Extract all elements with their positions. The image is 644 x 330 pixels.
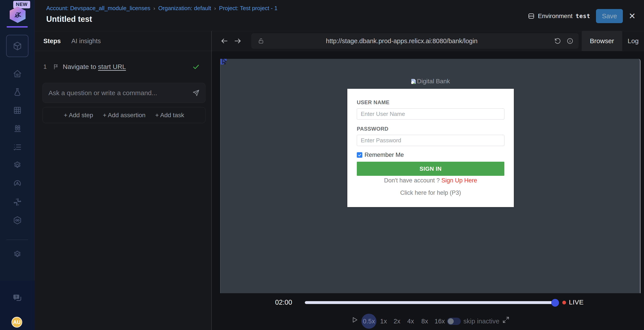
speed-0-5x-button[interactable]: 0.5x <box>362 314 376 329</box>
info-icon[interactable] <box>567 38 573 44</box>
sidebar-item-integrations[interactable] <box>12 197 22 207</box>
url-bar-actions <box>554 38 573 44</box>
sidebar-item-pipelines[interactable] <box>12 215 22 225</box>
hexagon-link-icon <box>13 216 22 225</box>
back-arrow-icon[interactable] <box>220 37 228 45</box>
help-chat-icon: ? <box>12 293 22 303</box>
environment-label: Environment <box>538 12 572 20</box>
password-label: PASSWORD <box>357 126 388 132</box>
breadcrumb-account[interactable]: Account: Devspace_all_module_licenses <box>46 5 150 12</box>
app-logo[interactable] <box>10 6 26 23</box>
fullscreen-icon[interactable] <box>502 316 510 324</box>
sidebar-item-suites[interactable] <box>12 105 22 115</box>
speed-2x-button[interactable]: 2x <box>394 314 400 329</box>
close-icon[interactable]: ✕ <box>628 12 636 20</box>
signup-link[interactable]: Sign Up Here <box>441 177 477 184</box>
remember-me-row[interactable]: Remember Me <box>357 152 404 158</box>
username-field[interactable] <box>357 108 504 120</box>
breadcrumb-separator: › <box>214 5 216 12</box>
explore-search-icon <box>13 179 22 188</box>
sidebar-item-runs[interactable] <box>12 124 22 134</box>
sidebar-item-explore[interactable] <box>12 179 22 188</box>
gear-icon <box>13 161 22 170</box>
seek-thumb[interactable] <box>551 299 559 307</box>
url-bar[interactable]: http://stage.dbank.prod-apps.relicx.ai:8… <box>251 33 578 49</box>
breadcrumb-project[interactable]: Project: Test project - 1 <box>219 5 278 12</box>
browser-panel: http://stage.dbank.prod-apps.relicx.ai:8… <box>212 31 644 330</box>
svg-text:?: ? <box>15 295 18 299</box>
tab-log[interactable]: Log <box>622 37 644 45</box>
tab-browser[interactable]: Browser <box>582 31 622 51</box>
app-window: NEW <box>0 0 644 330</box>
play-button[interactable] <box>351 316 358 324</box>
mouse-cursor-icon <box>221 59 228 65</box>
sidebar: NEW <box>0 0 34 330</box>
username-label: USER NAME <box>357 99 390 106</box>
playback-time: 02:00 <box>275 298 292 306</box>
steps-tabs: Steps AI insights <box>34 31 212 51</box>
refresh-icon[interactable] <box>554 38 561 44</box>
home-icon <box>13 69 22 78</box>
site-logo-alt-text: Digital Bank <box>417 78 450 85</box>
speed-8x-button[interactable]: 8x <box>421 314 428 329</box>
step-number: 1 <box>44 64 53 70</box>
skip-inactive-label: skip inactive <box>464 314 499 329</box>
breadcrumb-organization[interactable]: Organization: default <box>158 5 211 12</box>
step-description: Navigate to start URL <box>63 63 126 70</box>
page-title[interactable]: Untitled test <box>46 14 92 24</box>
live-label: LIVE <box>569 298 584 306</box>
sidebar-item-settings[interactable] <box>12 250 22 260</box>
user-avatar[interactable]: AU <box>12 317 22 328</box>
playback-controls: 0.5x 1x 2x 4x 8x 16x skip inactive <box>212 314 644 329</box>
speed-1x-button[interactable]: 1x <box>380 314 387 329</box>
help-link[interactable]: Click here for help (P3) <box>347 190 514 196</box>
header-actions: Environment test Save ✕ <box>528 9 636 23</box>
browser-toolbar: http://stage.dbank.prod-apps.relicx.ai:8… <box>212 31 644 51</box>
forward-arrow-icon[interactable] <box>234 37 242 45</box>
password-field[interactable] <box>357 135 504 146</box>
sign-in-button[interactable]: SIGN IN <box>357 162 504 176</box>
save-button[interactable]: Save <box>596 9 623 23</box>
add-task-button[interactable]: + Add task <box>155 112 184 119</box>
add-step-button[interactable]: + Add step <box>64 112 93 119</box>
step-row-1[interactable]: 1 Navigate to start URL <box>44 60 203 73</box>
flag-icon <box>53 64 62 70</box>
sidebar-item-checklist[interactable] <box>12 142 22 152</box>
speed-4x-button[interactable]: 4x <box>407 314 414 329</box>
browser-viewport[interactable]: Digital Bank USER NAME PASSWORD Remember… <box>220 59 640 293</box>
sidebar-item-config[interactable] <box>12 160 22 170</box>
url-text[interactable]: http://stage.dbank.prod-apps.relicx.ai:8… <box>251 38 552 45</box>
breadcrumb: Account: Devspace_all_module_licenses › … <box>46 5 278 12</box>
login-card: USER NAME PASSWORD Remember Me SIGN IN D… <box>347 89 514 207</box>
cube-icon <box>12 41 22 51</box>
remember-me-checkbox[interactable] <box>357 152 362 158</box>
checklist-icon <box>13 142 22 152</box>
steps-panel: Steps AI insights 1 Navigate to start UR… <box>34 31 212 330</box>
step-text-prefix: Navigate to <box>63 63 96 70</box>
tab-steps[interactable]: Steps <box>44 38 61 45</box>
sidebar-item-home[interactable] <box>12 69 22 79</box>
environment-selector[interactable]: Environment test <box>528 12 590 20</box>
logo-active-underline <box>6 26 28 28</box>
live-indicator-dot <box>562 301 566 304</box>
command-input[interactable] <box>43 89 192 97</box>
seek-bar[interactable] <box>305 301 552 304</box>
columns-icon <box>13 124 22 133</box>
tab-ai-insights[interactable]: AI insights <box>71 38 101 45</box>
grid-icon <box>13 106 22 115</box>
broken-image-icon <box>410 78 416 84</box>
speed-16x-button[interactable]: 16x <box>434 314 445 329</box>
gear-icon <box>13 250 22 259</box>
send-icon[interactable] <box>192 90 200 96</box>
new-badge: NEW <box>13 1 30 8</box>
help-chat-button[interactable]: ? <box>12 293 22 303</box>
skip-inactive-toggle[interactable] <box>447 318 461 325</box>
top-header: Account: Devspace_all_module_licenses › … <box>34 0 644 31</box>
start-url-link[interactable]: start URL <box>98 63 126 70</box>
environment-value: test <box>576 13 590 20</box>
toggle-knob <box>448 318 454 324</box>
add-assertion-button[interactable]: + Add assertion <box>103 112 146 119</box>
flask-icon <box>13 88 22 97</box>
sidebar-item-experiments[interactable] <box>12 87 22 97</box>
sidebar-item-tests-active[interactable] <box>6 35 28 57</box>
